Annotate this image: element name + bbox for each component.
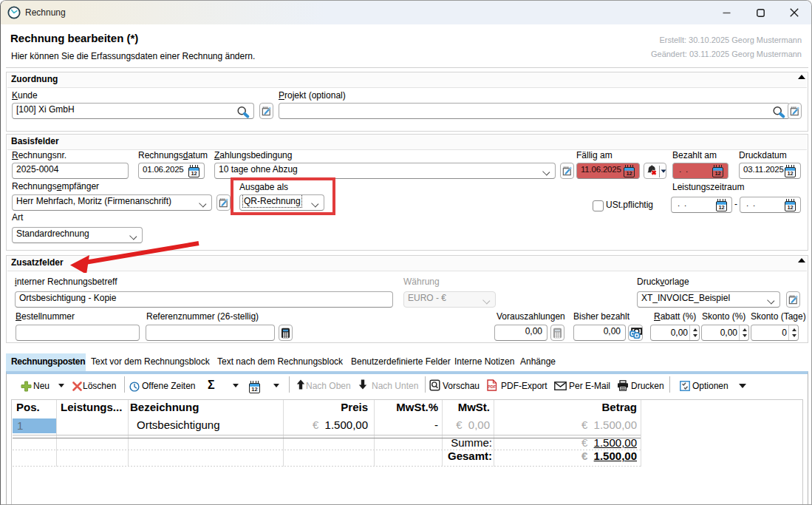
svg-text:PDF: PDF xyxy=(488,384,497,389)
